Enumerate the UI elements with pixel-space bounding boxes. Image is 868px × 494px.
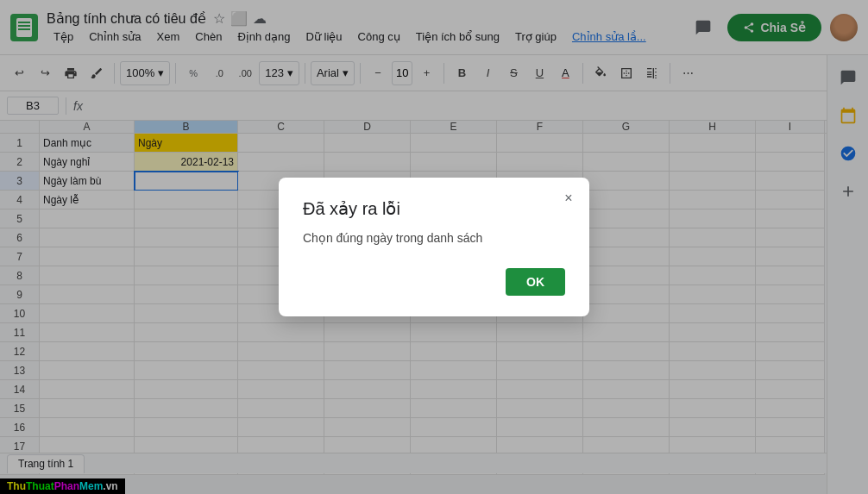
modal-message: Chọn đúng ngày trong danh sách [303,229,565,247]
modal-overlay: × Đã xảy ra lỗi Chọn đúng ngày trong dan… [0,0,868,494]
modal-footer: OK [303,268,565,296]
modal-ok-button[interactable]: OK [506,268,565,296]
error-modal: × Đã xảy ra lỗi Chọn đúng ngày trong dan… [279,178,589,316]
modal-title: Đã xảy ra lỗi [303,198,565,219]
modal-close-button[interactable]: × [558,188,579,209]
